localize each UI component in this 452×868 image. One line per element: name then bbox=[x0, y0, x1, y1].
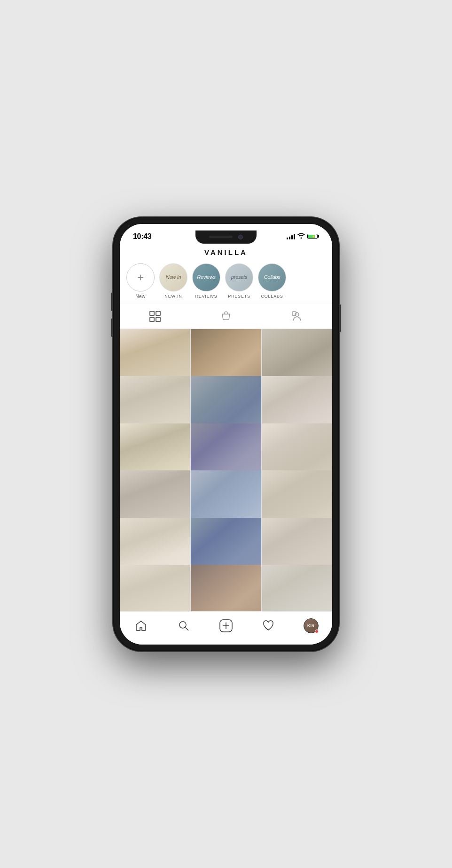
svg-rect-0 bbox=[150, 311, 154, 315]
grid-icon bbox=[149, 310, 161, 323]
shop-icon bbox=[220, 310, 232, 323]
signal-bar-1 bbox=[287, 238, 288, 239]
battery-icon: ⚡ bbox=[307, 234, 319, 239]
story-item-presets[interactable]: presets PRESETS bbox=[225, 263, 253, 299]
status-icons: ⚡ bbox=[287, 233, 319, 240]
svg-point-6 bbox=[179, 622, 186, 628]
story-label-reviews: REVIEWS bbox=[195, 294, 217, 299]
tab-bar bbox=[120, 304, 332, 329]
nav-search[interactable] bbox=[174, 616, 193, 635]
nav-profile[interactable]: KIN bbox=[302, 616, 320, 635]
story-item-collabs[interactable]: Collabs COLLABS bbox=[258, 263, 286, 299]
svg-rect-3 bbox=[156, 317, 160, 322]
tab-grid[interactable] bbox=[147, 308, 164, 325]
add-icon bbox=[219, 619, 233, 633]
wifi-icon bbox=[297, 233, 305, 240]
story-item-new-in[interactable]: New In NEW IN bbox=[159, 263, 187, 299]
notch bbox=[195, 230, 257, 244]
phone-mockup: 10:43 ⚡ bbox=[113, 217, 339, 651]
story-label-collabs: COLLABS bbox=[261, 294, 283, 299]
signal-bar-4 bbox=[294, 234, 295, 239]
story-item-reviews[interactable]: Reviews REVIEWS bbox=[192, 263, 220, 299]
grid-cell-16[interactable] bbox=[120, 565, 190, 611]
grid-cell-18[interactable] bbox=[262, 565, 332, 611]
story-text-presets: presets bbox=[229, 272, 249, 282]
story-circle-new-in: New In bbox=[159, 263, 187, 292]
notification-dot bbox=[315, 630, 319, 633]
photo-grid bbox=[120, 329, 332, 611]
story-circle-reviews: Reviews bbox=[192, 263, 220, 292]
story-label-presets: PRESETS bbox=[228, 294, 250, 299]
home-icon bbox=[135, 620, 147, 632]
app-header: VANILLA bbox=[120, 245, 332, 259]
front-camera bbox=[238, 235, 243, 239]
search-icon bbox=[178, 620, 190, 632]
phone-screen: 10:43 ⚡ bbox=[120, 224, 332, 645]
app-title: VANILLA bbox=[204, 248, 248, 256]
story-item-new[interactable]: + New bbox=[126, 263, 155, 299]
story-circle-presets: presets bbox=[225, 263, 253, 292]
status-time: 10:43 bbox=[133, 232, 151, 241]
signal-bar-2 bbox=[289, 237, 290, 239]
story-circle-new: + bbox=[126, 263, 155, 292]
nav-home[interactable] bbox=[132, 616, 150, 635]
tab-tagged[interactable] bbox=[288, 308, 305, 325]
grid-cell-17[interactable] bbox=[191, 565, 261, 611]
story-circle-collabs: Collabs bbox=[258, 263, 286, 292]
speaker bbox=[209, 236, 233, 238]
bottom-nav: KIN bbox=[120, 611, 332, 645]
signal-bar-3 bbox=[291, 235, 293, 239]
story-text-collabs: Collabs bbox=[262, 272, 282, 282]
person-tag-icon bbox=[291, 310, 303, 323]
heart-icon bbox=[262, 620, 274, 632]
story-text-reviews: Reviews bbox=[195, 272, 217, 282]
stories-row: + New New In NEW IN Reviews REVIEWS bbox=[120, 259, 332, 304]
nav-heart[interactable] bbox=[259, 616, 278, 635]
profile-avatar: KIN bbox=[304, 618, 319, 633]
svg-rect-1 bbox=[156, 311, 160, 315]
power-button bbox=[339, 304, 341, 332]
plus-icon: + bbox=[137, 271, 144, 284]
svg-point-4 bbox=[295, 313, 299, 316]
signal-icon bbox=[287, 234, 295, 239]
story-text-new-in: New In bbox=[164, 272, 183, 282]
avatar-initials: KIN bbox=[307, 623, 314, 628]
svg-rect-2 bbox=[150, 317, 154, 322]
story-label-new: New bbox=[135, 294, 146, 299]
story-label-new-in: NEW IN bbox=[164, 294, 182, 299]
nav-add[interactable] bbox=[217, 616, 235, 635]
tab-shop[interactable] bbox=[218, 308, 234, 325]
